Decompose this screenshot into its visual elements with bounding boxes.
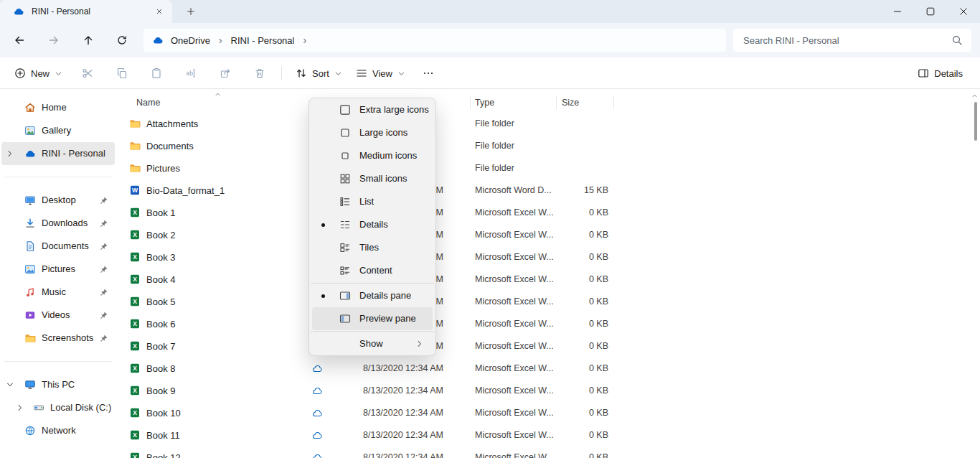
maximize-button[interactable] — [914, 0, 947, 23]
back-button[interactable] — [9, 29, 30, 51]
chevron-right-icon: › — [298, 34, 311, 46]
copy-button[interactable] — [108, 61, 136, 85]
menu-item-extra-large-icons[interactable]: Extra large icons — [312, 98, 433, 121]
menu-item-preview-pane[interactable]: Preview pane — [312, 307, 433, 330]
sidebar-item-documents[interactable]: Documents — [1, 235, 115, 258]
more-options-button[interactable] — [415, 61, 442, 85]
chevron-right-icon[interactable] — [6, 149, 14, 158]
sidebar-item-network[interactable]: Network — [1, 419, 115, 442]
menu-item-small-icons[interactable]: Small icons — [312, 167, 433, 190]
svg-text:X: X — [133, 209, 137, 216]
folder-file-icon — [129, 162, 141, 174]
file-row-book-11[interactable]: XBook 118/13/2020 12:34 AMMicrosoft Exce… — [116, 424, 980, 447]
new-button[interactable]: New — [7, 61, 70, 85]
file-row-attachments[interactable]: AttachmentsFile folder — [116, 113, 980, 135]
file-row-book-6[interactable]: XBook 68/13/2020 12:34 AMMicrosoft Excel… — [116, 313, 980, 335]
file-row-documents[interactable]: DocumentsFile folder — [116, 135, 980, 157]
sidebar-item-videos[interactable]: Videos — [1, 304, 115, 327]
file-row-pictures[interactable]: PicturesFile folder — [116, 157, 980, 179]
delete-button[interactable] — [246, 61, 273, 85]
sidebar-item-desktop[interactable]: Desktop — [1, 189, 115, 212]
column-header-size[interactable]: Size — [562, 93, 579, 112]
view-dropdown-menu: Extra large iconsLarge iconsMedium icons… — [308, 98, 436, 356]
sidebar-item-this-pc[interactable]: This PC — [1, 373, 115, 396]
scrollbar-up-icon[interactable] — [971, 92, 979, 101]
file-name: Book 11 — [146, 424, 180, 447]
menu-item-details[interactable]: Details — [312, 213, 433, 236]
chevron-down-icon — [334, 70, 342, 78]
column-separator[interactable] — [470, 96, 471, 109]
file-row-book-8[interactable]: XBook 88/13/2020 12:34 AMMicrosoft Excel… — [116, 357, 980, 380]
column-header-type[interactable]: Type — [475, 93, 494, 112]
file-type: Microsoft Word D... — [475, 179, 552, 202]
rename-icon: ab — [185, 67, 197, 79]
forward-button[interactable] — [43, 29, 65, 51]
file-row-book-4[interactable]: XBook 48/13/2020 12:34 AMMicrosoft Excel… — [116, 268, 980, 291]
file-row-book-10[interactable]: XBook 108/13/2020 12:34 AMMicrosoft Exce… — [116, 402, 980, 424]
view-button[interactable]: View — [349, 61, 413, 85]
column-separator[interactable] — [556, 96, 557, 109]
column-header-name[interactable]: Name — [136, 93, 160, 112]
vertical-scrollbar-thumb[interactable] — [974, 102, 977, 141]
sidebar-items: HomeGalleryRINI - PersonalDesktopDownloa… — [0, 96, 116, 442]
sort-button[interactable]: Sort — [288, 61, 349, 85]
sidebar-item-pictures[interactable]: Pictures — [1, 258, 115, 281]
sidebar-item-rini-personal[interactable]: RINI - Personal — [1, 142, 115, 165]
paste-icon — [151, 67, 162, 79]
close-button[interactable] — [947, 0, 980, 23]
sidebar-item-home[interactable]: Home — [1, 96, 115, 119]
menu-item-content[interactable]: Content — [312, 259, 433, 282]
minimize-button[interactable] — [881, 0, 914, 23]
file-row-book-7[interactable]: XBook 78/13/2020 12:34 AMMicrosoft Excel… — [116, 335, 980, 357]
chevron-right-icon[interactable] — [16, 403, 24, 412]
file-row-book-3[interactable]: XBook 38/13/2020 12:34 AMMicrosoft Excel… — [116, 246, 980, 268]
rename-button[interactable]: ab — [177, 61, 204, 85]
menu-item-tiles[interactable]: Tiles — [312, 236, 433, 259]
sidebar-item-gallery[interactable]: Gallery — [1, 119, 115, 142]
paste-button[interactable] — [143, 61, 170, 85]
sidebar-item-downloads[interactable]: Downloads — [1, 212, 115, 235]
refresh-button[interactable] — [111, 29, 133, 51]
chevron-down-icon[interactable] — [6, 380, 14, 389]
svg-text:X: X — [133, 365, 137, 372]
menu-item-label: Preview pane — [359, 307, 416, 330]
file-name: Book 9 — [146, 380, 175, 402]
details-pane-toggle-button[interactable]: Details — [910, 61, 970, 85]
address-bar[interactable]: OneDrive›RINI - Personal› — [143, 29, 726, 52]
search-box[interactable] — [733, 29, 971, 52]
svg-text:X: X — [133, 253, 137, 261]
file-date-modified: 8/13/2020 12:34 AM — [363, 357, 443, 380]
file-row-bio-data-format-1[interactable]: WBio-Data_format_18/13/2020 12:34 AMMicr… — [116, 179, 980, 202]
column-separator[interactable] — [613, 96, 614, 109]
tab-rini-personal[interactable]: RINI - Personal — [0, 0, 172, 23]
sidebar-item-music[interactable]: Music — [1, 281, 115, 304]
excel-file-icon: X — [129, 363, 141, 374]
refresh-icon — [116, 34, 128, 46]
sidebar-item-local-disk-c[interactable]: Local Disk (C:) — [1, 396, 115, 419]
new-tab-button[interactable] — [182, 3, 199, 20]
menu-item-medium-icons[interactable]: Medium icons — [312, 144, 433, 167]
tab-close-icon[interactable] — [151, 3, 168, 20]
search-input[interactable] — [733, 35, 951, 46]
file-row-book-12[interactable]: XBook 128/13/2020 12:34 AMMicrosoft Exce… — [116, 447, 980, 458]
up-button[interactable] — [77, 29, 99, 51]
cut-button[interactable] — [74, 61, 101, 85]
column-header-row: Name Type Size — [116, 93, 980, 112]
file-row-book-1[interactable]: XBook 18/13/2020 12:34 AMMicrosoft Excel… — [116, 202, 980, 224]
menu-item-large-icons[interactable]: Large icons — [312, 121, 433, 144]
details-view-icon — [339, 219, 351, 230]
file-row-book-2[interactable]: XBook 28/13/2020 12:34 AMMicrosoft Excel… — [116, 224, 980, 246]
menu-item-details-pane[interactable]: Details pane — [312, 284, 433, 307]
menu-item-show[interactable]: Show — [312, 332, 433, 355]
radio-bullet-icon — [321, 294, 325, 298]
share-button[interactable] — [212, 61, 239, 85]
file-row-book-5[interactable]: XBook 58/13/2020 12:34 AMMicrosoft Excel… — [116, 291, 980, 313]
file-row-book-9[interactable]: XBook 98/13/2020 12:34 AMMicrosoft Excel… — [116, 380, 980, 402]
menu-item-list[interactable]: List — [312, 190, 433, 213]
share-icon — [220, 67, 231, 79]
onedrive-icon — [13, 6, 24, 17]
sidebar-item-screenshots[interactable]: Screenshots — [1, 327, 115, 350]
breadcrumb-item-onedrive[interactable]: OneDrive — [166, 33, 215, 48]
window-controls — [881, 0, 980, 23]
breadcrumb-item-rini-personal[interactable]: RINI - Personal — [227, 33, 299, 48]
